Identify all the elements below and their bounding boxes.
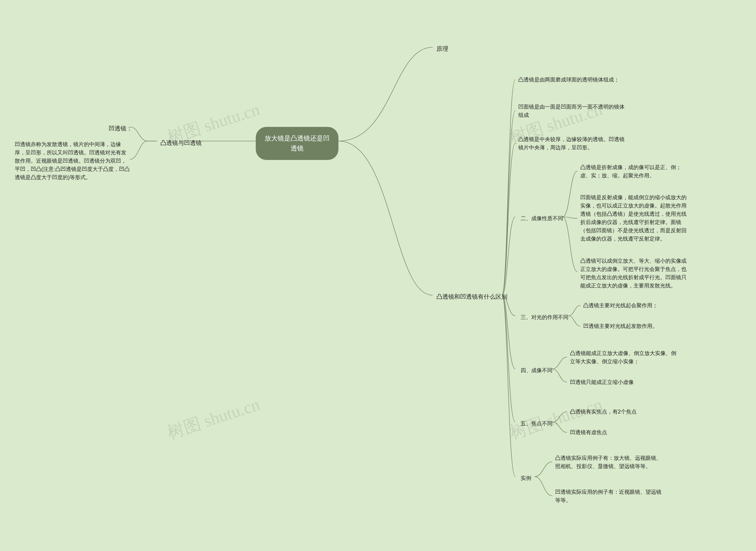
- watermark: 树图 shutu.cn: [164, 393, 263, 445]
- diff-focus-1[interactable]: 凸透镜有实焦点，有2个焦点: [570, 408, 637, 416]
- diff-imaging-nature-2[interactable]: 凹面镜是反射成像，能成倒立的缩小或放大的实像，也可以成正立放大的虚像。起散光作用…: [580, 193, 690, 243]
- left-branch-l2[interactable]: 凹透镜：: [106, 122, 135, 134]
- diff-image-type-2[interactable]: 凹透镜只能成正立缩小虚像: [570, 378, 634, 386]
- diff-example-1[interactable]: 凸透镜实际应用例子有：放大镜、远视眼镜、照相机、投影仪、显微镜、望远镜等等。: [555, 454, 665, 470]
- right-branch-difference[interactable]: 凸透镜和凹透镜有什么区别: [434, 291, 510, 303]
- diff-image-type-1[interactable]: 凸透镜能成正立放大虚像、倒立放大实像、倒立等大实像、倒立缩小实像；: [570, 349, 679, 366]
- diff-structure-1[interactable]: 凸透镜是由两面磨成球面的透明镜体组成；: [518, 76, 619, 84]
- diff-example-label[interactable]: 实例: [518, 472, 534, 484]
- diff-light-effect-2[interactable]: 凹透镜主要对光线起发散作用。: [583, 322, 658, 330]
- diff-image-type-label[interactable]: 四、成像不同: [518, 365, 555, 376]
- central-topic[interactable]: 放大镜是凸透镜还是凹透镜: [256, 127, 338, 160]
- diff-imaging-nature-3[interactable]: 凸透镜可以成倒立放大、等大、缩小的实像或正立放大的虚像。可把平行光会聚于焦点，也…: [580, 257, 690, 290]
- left-branch-l3[interactable]: 凹透镜亦称为发散透镜，镜片的中间薄，边缘厚，呈凹形，所以又叫凹透镜。凹透镜对光有…: [15, 140, 132, 181]
- diff-focus-label[interactable]: 五、焦点不同: [518, 418, 555, 429]
- right-branch-principle[interactable]: 原理: [434, 43, 451, 55]
- diff-light-effect-1[interactable]: 凸透镜主要对光线起会聚作用；: [583, 301, 658, 310]
- left-branch-l1[interactable]: 凸透镜与凹透镜: [158, 137, 204, 149]
- diff-light-effect-label[interactable]: 三、对光的作用不同: [518, 312, 571, 323]
- diff-focus-2[interactable]: 凹透镜有虚焦点: [570, 428, 607, 437]
- diff-imaging-nature-label[interactable]: 二、成像性质不同: [518, 212, 565, 224]
- diff-structure-2[interactable]: 凹面镜是由一面是凹面而另一面不透明的镜体组成: [518, 103, 624, 119]
- diff-example-2[interactable]: 凹透镜实际应用的例子有：近视眼镜、望远镜等等。: [555, 488, 665, 504]
- diff-structure-3[interactable]: 凸透镜是中央较厚，边缘较薄的透镜。凹透镜镜片中央薄，周边厚，呈凹形。: [518, 135, 624, 152]
- diff-imaging-nature-1[interactable]: 凸透镜是折射成像，成的像可以是正、倒；虚、实；放、缩。起聚光作用。: [580, 163, 690, 180]
